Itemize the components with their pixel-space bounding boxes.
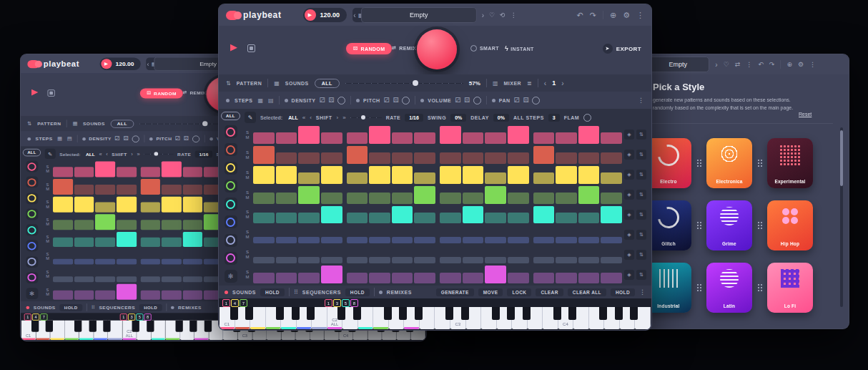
step-cell[interactable] xyxy=(298,126,320,144)
grid-icon[interactable]: ▦ xyxy=(72,121,77,127)
pattern-label[interactable]: PATTERN xyxy=(37,122,61,126)
step-cell[interactable] xyxy=(601,237,622,243)
lock-icon[interactable] xyxy=(473,97,481,104)
step-cell[interactable] xyxy=(463,273,484,283)
piano-key-black[interactable] xyxy=(599,307,607,320)
mute-button[interactable]: M xyxy=(244,195,251,200)
step-cell[interactable] xyxy=(162,220,182,230)
shift-end-icon[interactable]: » xyxy=(137,151,139,157)
mute-button[interactable]: M xyxy=(244,275,251,279)
step-cell[interactable] xyxy=(414,132,435,143)
style-card-hip-hop[interactable]: Hip Hop xyxy=(767,200,813,250)
grid-icon[interactable]: ▦ xyxy=(57,136,62,142)
step-cell[interactable] xyxy=(556,152,577,163)
step-cell[interactable] xyxy=(74,185,94,195)
sounds-label[interactable]: SOUNDS xyxy=(285,81,309,86)
row-length-stepper[interactable]: ⇅ xyxy=(636,170,646,180)
step-cell[interactable] xyxy=(95,214,115,230)
volume-tab[interactable]: VOLUME xyxy=(428,98,451,103)
step-cell[interactable] xyxy=(140,203,160,213)
scrollbar[interactable] xyxy=(840,127,843,307)
swap-icon[interactable]: ⇅ xyxy=(226,80,231,87)
mute-button[interactable]: M xyxy=(44,257,51,261)
step-cell[interactable] xyxy=(74,196,94,212)
density-tab[interactable]: DENSITY xyxy=(292,98,316,103)
step-cell[interactable] xyxy=(95,238,115,248)
key-assign-badge[interactable]: 3 xyxy=(333,299,341,307)
piano-key-black[interactable] xyxy=(492,307,500,320)
step-cell[interactable] xyxy=(253,193,275,203)
kebab-menu-icon[interactable]: ⋮ xyxy=(809,61,816,68)
step-cell[interactable] xyxy=(117,196,137,212)
favorite-heart-icon[interactable]: ♡ xyxy=(489,11,495,19)
row-options-button[interactable]: ◈ xyxy=(624,210,634,220)
clap-icon[interactable] xyxy=(225,180,237,193)
tom-icon[interactable] xyxy=(225,198,237,210)
lock-icon[interactable] xyxy=(192,135,199,142)
swing-value[interactable]: 0% xyxy=(450,114,466,122)
step-cell[interactable] xyxy=(117,231,137,247)
all-filter-pill[interactable]: ALL xyxy=(110,120,134,127)
step-cell[interactable] xyxy=(276,237,297,243)
piano-key-white[interactable]: C2ALL xyxy=(122,321,137,340)
mute-button[interactable]: M xyxy=(44,292,51,296)
piano-key-white[interactable]: C2ALL xyxy=(327,307,343,329)
key-assign-badge[interactable]: 8 xyxy=(144,313,151,321)
step-cell[interactable] xyxy=(392,132,413,143)
bpm-control[interactable]: ▶ 120.00 xyxy=(99,57,141,70)
hold-button[interactable]: HOLD xyxy=(139,304,162,311)
piano-key-black[interactable] xyxy=(568,307,576,320)
piano-key-black[interactable] xyxy=(292,307,300,320)
drag-handle-icon[interactable] xyxy=(757,283,763,292)
pitch-tab[interactable]: PITCH xyxy=(363,98,380,103)
step-cell[interactable] xyxy=(556,273,577,283)
step-cell[interactable] xyxy=(463,166,484,184)
step-cell[interactable] xyxy=(117,276,137,282)
step-cell[interactable] xyxy=(162,161,182,177)
step-cell[interactable] xyxy=(508,257,529,263)
step-cell[interactable] xyxy=(347,273,368,283)
step-cell[interactable] xyxy=(162,259,182,265)
step-cell[interactable] xyxy=(369,237,390,243)
edit-pencil-icon[interactable]: ✎ xyxy=(245,112,256,123)
piano-key-white[interactable] xyxy=(435,307,450,329)
clear-all-button[interactable]: CLEAR ALL xyxy=(568,288,606,296)
slider-handle[interactable] xyxy=(202,121,207,126)
steps-label[interactable]: STEPS xyxy=(235,98,252,103)
record-icon[interactable] xyxy=(47,89,54,97)
step-cell[interactable] xyxy=(276,166,297,184)
pattern-next-icon[interactable]: › xyxy=(561,79,563,87)
step-cell[interactable] xyxy=(95,276,115,282)
hold-button[interactable]: HOLD xyxy=(345,288,370,296)
grid-icon[interactable]: ▦ xyxy=(257,97,263,104)
row-options-button[interactable]: ◈ xyxy=(624,270,634,280)
piano-key-black[interactable] xyxy=(384,307,392,320)
piano-key-black[interactable] xyxy=(630,307,638,320)
step-cell[interactable] xyxy=(556,213,577,223)
piano-key-white[interactable] xyxy=(166,321,180,340)
dice-icon[interactable]: ⚂ xyxy=(514,97,520,104)
lock-icon[interactable] xyxy=(337,97,345,104)
fx-icon[interactable] xyxy=(225,252,237,265)
step-cell[interactable] xyxy=(369,193,390,203)
step-cell[interactable] xyxy=(140,167,160,177)
solo-button[interactable]: S xyxy=(44,218,51,221)
step-cell[interactable] xyxy=(414,152,435,163)
step-cell[interactable] xyxy=(347,213,368,223)
step-cell[interactable] xyxy=(392,273,413,283)
step-cell[interactable] xyxy=(440,273,461,283)
step-cell[interactable] xyxy=(463,206,484,224)
undo-icon[interactable]: ↶ xyxy=(758,61,764,68)
step-cell[interactable] xyxy=(414,257,435,263)
piano-key-black[interactable] xyxy=(445,307,453,320)
step-cell[interactable] xyxy=(140,276,160,282)
step-cell[interactable] xyxy=(369,273,390,283)
step-cell[interactable] xyxy=(392,152,413,163)
step-cell[interactable] xyxy=(53,276,73,282)
row-options-button[interactable]: ◈ xyxy=(624,190,634,200)
step-cell[interactable] xyxy=(183,290,203,300)
step-cell[interactable] xyxy=(321,166,342,184)
step-cell[interactable] xyxy=(601,193,622,203)
step-cell[interactable] xyxy=(463,257,484,263)
step-cell[interactable] xyxy=(485,257,506,263)
